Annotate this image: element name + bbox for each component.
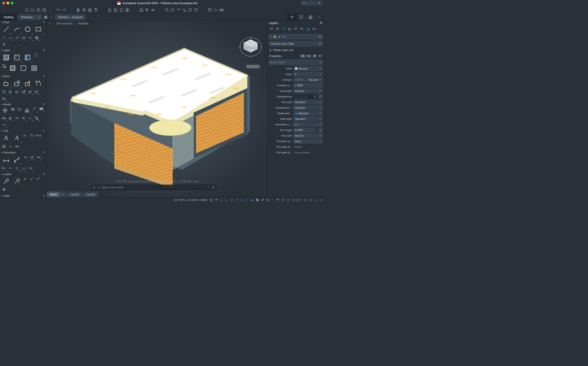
prop-value[interactable]: ByColor▼ [293, 133, 323, 138]
prop-value[interactable]: 0 [293, 94, 323, 99]
block-edit-tool[interactable] [22, 78, 33, 88]
dim-edit-tool[interactable] [21, 165, 27, 171]
undo-button[interactable] [56, 8, 61, 13]
panel-popout-icon[interactable]: ⇱ [320, 22, 322, 25]
block-insert-tool[interactable] [1, 78, 11, 88]
paste-button[interactable] [93, 8, 98, 13]
gear-icon[interactable]: ⚙ [43, 75, 45, 78]
window-close[interactable] [2, 2, 5, 4]
command-line[interactable]: >_ ▸ Type a command ⌃ [91, 185, 217, 190]
prop-value[interactable]: Standard▼ [293, 111, 323, 116]
layer-lock-icon[interactable] [287, 27, 292, 32]
layer-state-button[interactable] [176, 8, 181, 13]
helix-tool[interactable] [1, 41, 7, 47]
selection-space-dropdown[interactable]: Model Space ▾ [269, 60, 323, 65]
mtext-tool[interactable]: A [12, 133, 22, 143]
properties-quick-icon[interactable]: 🗐 [312, 54, 317, 58]
zoom-extents-button[interactable] [139, 8, 144, 13]
gear-icon[interactable]: ⚙ [43, 129, 45, 132]
polyline-tool[interactable] [12, 24, 22, 34]
workspace-switch-icon[interactable] [303, 198, 307, 202]
view-unnamed-badge[interactable]: Unnamed [246, 65, 260, 68]
attach-button[interactable] [119, 8, 124, 13]
annotate-icon[interactable] [286, 198, 290, 202]
polar-icon[interactable] [230, 198, 234, 202]
export-button[interactable] [113, 8, 118, 13]
palette-section-block[interactable]: ▾ Block ⚙ [0, 75, 47, 78]
snap-dots-icon[interactable] [214, 198, 218, 202]
prop-value[interactable]: Standard▼ [293, 117, 323, 121]
dynamic-input-icon[interactable] [219, 198, 224, 202]
prop-value[interactable]: 1.0000 [293, 83, 323, 88]
mode-tabs-more[interactable]: « [36, 14, 42, 20]
prop-value[interactable]: 0.2000 [293, 128, 316, 132]
transparency-toggle-icon[interactable] [255, 198, 259, 202]
show-layer-list-link[interactable]: ❯ Show Layer List [267, 47, 324, 53]
palette-section-leader[interactable]: ▾ Leader ⚙ [0, 173, 47, 175]
dim-baseline-tool[interactable] [1, 165, 7, 171]
mode-tab-drafting[interactable]: Drafting [0, 14, 17, 20]
layout-tab-add[interactable]: + [60, 192, 67, 197]
layer-match-icon[interactable] [306, 27, 310, 32]
layer-new-icon[interactable] [312, 27, 316, 32]
prop-value[interactable]: Standard▼ [293, 100, 323, 104]
layout-grid-button[interactable] [43, 15, 48, 20]
prop-value[interactable]: 1:1▼ [293, 122, 323, 127]
palette-section-text[interactable]: ▾ Text ⚙ [0, 129, 47, 132]
leader-remove-tool[interactable] [29, 176, 35, 182]
isolate-button[interactable] [170, 8, 175, 13]
print-button[interactable] [76, 8, 81, 13]
user-dropdown[interactable]: ▼ [301, 1, 322, 5]
layer-off-button[interactable] [188, 8, 193, 13]
array-tool[interactable] [38, 106, 44, 112]
window-maximize[interactable] [11, 2, 14, 4]
save-as-button[interactable] [42, 8, 47, 13]
dim-center-tool[interactable] [14, 165, 20, 171]
properties-popout-icon[interactable]: ⇱ [318, 54, 322, 58]
hatch-edit2-tool[interactable] [29, 63, 39, 73]
3d-osnap-icon[interactable] [266, 198, 270, 202]
viewport[interactable]: + | SW Isometric | Realistic N E S W TOP… [47, 21, 267, 197]
layer-prev-icon[interactable] [299, 27, 304, 32]
block-explode-tool[interactable] [1, 95, 7, 101]
dim-linear-tool[interactable] [1, 154, 11, 165]
layer-filter-icon[interactable] [269, 27, 274, 32]
move-tool[interactable] [1, 106, 9, 115]
gear-icon[interactable]: ⚙ [43, 103, 45, 106]
otrack-icon[interactable] [245, 198, 249, 202]
block-define-tool[interactable] [14, 89, 20, 95]
prop-value[interactable]: Standard▼ [293, 105, 323, 110]
stretch-tool[interactable] [1, 115, 7, 121]
ellipse-tool[interactable] [21, 35, 27, 41]
send-button[interactable] [213, 8, 218, 13]
gear-icon[interactable]: ⚙ [43, 194, 45, 197]
block-save-tool[interactable] [8, 89, 14, 95]
customize-icon[interactable] [319, 198, 323, 202]
gear-icon[interactable]: ⚙ [43, 49, 45, 52]
region-tool[interactable] [34, 35, 40, 41]
viewport-plus[interactable]: + [49, 22, 51, 25]
spline-tool[interactable] [8, 35, 14, 41]
prop-value[interactable]: ByLayer▼ [293, 77, 323, 82]
palette-section-hatch[interactable]: ▾ Hatch ⚙ [0, 49, 47, 52]
layout-tab-layout1[interactable]: Layout1 [67, 192, 83, 197]
block-base-tool[interactable] [21, 89, 27, 95]
hatch-apply-tool[interactable] [18, 63, 28, 73]
screenshot-button[interactable] [219, 8, 224, 13]
layer-iso-icon[interactable] [293, 27, 298, 32]
gear-icon[interactable]: ⚙ [43, 173, 45, 175]
line-tool[interactable] [1, 24, 11, 34]
text-tool[interactable]: A [1, 133, 11, 143]
window-minimize[interactable] [7, 2, 9, 4]
document-tab[interactable]: FileInfo.c...Example [55, 14, 86, 20]
new-file-button[interactable] [24, 8, 29, 13]
spellcheck-tool[interactable] [29, 133, 35, 139]
command-share-button[interactable] [212, 186, 215, 190]
dim-angular-tool[interactable] [22, 154, 28, 160]
layer-off-icon[interactable] [275, 27, 280, 32]
prop-value[interactable]: ByLayer▼ [293, 89, 323, 93]
osnap-icon[interactable] [240, 198, 244, 202]
command-history-button[interactable]: ⌃ [207, 186, 210, 189]
orbit-button[interactable] [150, 8, 155, 13]
leader-add-tool[interactable] [22, 176, 28, 182]
